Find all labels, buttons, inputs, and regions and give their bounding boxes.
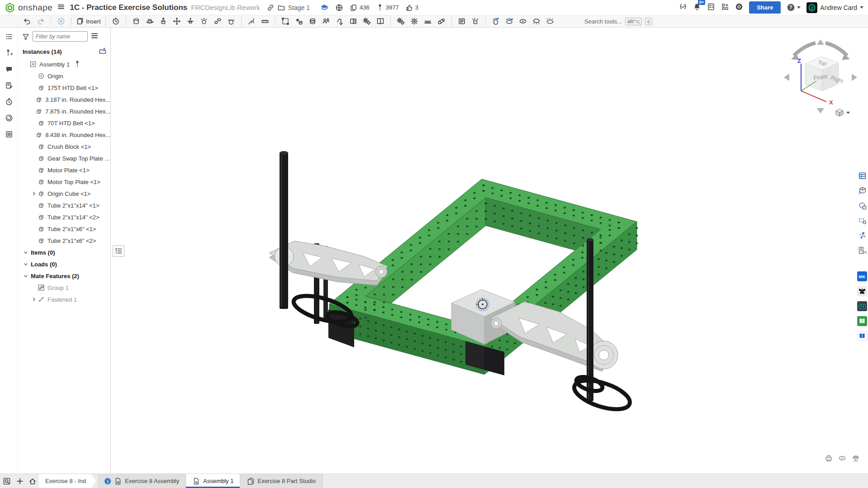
preview-search-button[interactable] xyxy=(0,474,14,488)
bom-table-button[interactable] xyxy=(857,171,867,180)
tab-exercise-8-ind[interactable]: Exercise 8 - Ind xyxy=(39,474,96,488)
replicate-button[interactable] xyxy=(306,15,319,27)
chevron-right-icon[interactable] xyxy=(31,297,37,302)
pin-slot-mate-button[interactable] xyxy=(211,15,224,27)
gear-relation-button[interactable] xyxy=(408,15,421,27)
chevron-down-icon[interactable] xyxy=(23,250,29,255)
tree-item-part[interactable]: Tube 2"x1"x14" <2> xyxy=(18,211,110,223)
tree-item-part[interactable]: Tube 2"x1"x6" <2> xyxy=(18,235,110,246)
tree-section-mate-features[interactable]: Mate Features (2) xyxy=(18,270,110,282)
hide-others-button[interactable] xyxy=(530,15,543,27)
tree-item-part[interactable]: 175T HTD Belt <1> xyxy=(18,82,110,94)
in-context-button[interactable] xyxy=(857,200,867,210)
new-folder-button[interactable] xyxy=(99,47,107,57)
tangent-mate-button[interactable] xyxy=(224,15,238,27)
main-menu-button[interactable] xyxy=(57,3,65,12)
chevron-down-icon[interactable] xyxy=(23,262,29,266)
help-button[interactable]: ? xyxy=(787,3,801,12)
left-post[interactable] xyxy=(280,151,288,309)
mate-connector-marker[interactable] xyxy=(476,298,489,311)
measure-button[interactable] xyxy=(258,15,272,27)
chevron-right-icon[interactable] xyxy=(31,191,37,196)
learning-center-button[interactable] xyxy=(3,113,15,123)
tree-item-group-1[interactable]: Group 1 xyxy=(18,282,110,294)
tab-assembly-1[interactable]: Assembly 1 xyxy=(186,474,240,488)
show-all-button[interactable] xyxy=(543,15,557,27)
appearance-eye-button[interactable] xyxy=(516,15,530,27)
slider-mate-button[interactable] xyxy=(170,15,184,27)
measure-scale-icon[interactable] xyxy=(852,454,860,464)
tree-item-part[interactable]: Tube 2"x1"x6" <1> xyxy=(18,223,110,235)
filter-input[interactable] xyxy=(33,31,88,42)
mate-clock-button[interactable] xyxy=(109,15,123,27)
history-panel-button[interactable] xyxy=(3,97,15,107)
feature-list-panel-button[interactable] xyxy=(3,32,15,42)
group-button[interactable] xyxy=(279,15,292,27)
bom-panel-button[interactable] xyxy=(3,129,15,139)
exploded-view-button[interactable] xyxy=(469,15,482,27)
versions-code-button[interactable] xyxy=(679,3,687,12)
tree-item-origin[interactable]: Origin xyxy=(18,70,110,82)
mate-connector-panel-button[interactable] xyxy=(3,48,15,58)
thumbs-up-icon[interactable] xyxy=(405,4,413,12)
rack-relation-button[interactable] xyxy=(421,15,435,27)
blue-book-app-button[interactable] xyxy=(857,331,867,341)
notifications-button[interactable]: 9+ xyxy=(693,3,701,12)
view-cube[interactable]: Top Front Right Z X xyxy=(780,36,861,119)
user-menu[interactable]: Andrew Card xyxy=(806,2,863,13)
view-cube-body[interactable]: Top Front Right xyxy=(805,57,844,91)
rotate-ccw-button[interactable] xyxy=(489,15,503,27)
revolute-mate-button[interactable] xyxy=(143,15,157,27)
tab-exercise-8-part-studio[interactable]: Exercise 8 Part Studio xyxy=(240,474,323,488)
redo-button[interactable] xyxy=(34,15,47,27)
pattern-button[interactable] xyxy=(360,15,374,27)
tree-item-fastened-1[interactable]: Fastened 1 xyxy=(18,294,110,305)
tree-section-items[interactable]: Items (0) xyxy=(18,246,110,258)
lollipop-icon[interactable] xyxy=(73,60,81,68)
folder-button[interactable] xyxy=(374,15,387,27)
comments-panel-button[interactable] xyxy=(3,64,15,74)
search-tools[interactable]: Search tools... alt/⌥ c xyxy=(584,15,652,27)
ai-assistant-button[interactable] xyxy=(735,3,743,12)
sync-button[interactable] xyxy=(54,15,68,27)
undo-button[interactable] xyxy=(20,15,34,27)
mate-list-toggle-button[interactable] xyxy=(113,245,124,257)
tree-item-part[interactable]: Crush Block <1> xyxy=(18,141,110,152)
tree-section-loads[interactable]: Loads (0) xyxy=(18,258,110,270)
tree-item-part[interactable]: Motor Plate <1> xyxy=(18,164,110,176)
snap-mode-button[interactable] xyxy=(245,15,258,27)
notes-panel-button[interactable] xyxy=(3,81,15,90)
mate-connector-count-icon[interactable] xyxy=(376,4,384,12)
new-tab-button[interactable] xyxy=(14,474,26,488)
apps-button[interactable] xyxy=(721,3,729,12)
share-button[interactable]: Share xyxy=(749,1,781,14)
tree-item-part[interactable]: 8.438 in. Rounded Hex... xyxy=(18,129,110,141)
planar-mate-button[interactable] xyxy=(184,15,197,27)
assembly-3d-model[interactable] xyxy=(111,28,868,474)
tree-item-part[interactable]: Tube 2"x1"x14" <1> xyxy=(18,199,110,211)
tree-item-part[interactable]: Motor Top Plate <1> xyxy=(18,176,110,188)
fastened-mate-button[interactable] xyxy=(129,15,143,27)
belt-relation-button[interactable] xyxy=(435,15,448,27)
breadcrumb-folder[interactable]: Stage 1 xyxy=(288,4,310,11)
graphics-area[interactable]: Top Front Right Z X xyxy=(111,28,868,474)
home-button[interactable] xyxy=(26,474,39,488)
tasks-button[interactable] xyxy=(707,3,715,12)
print-3d-icon[interactable] xyxy=(825,454,833,464)
appearance-panel-button[interactable] xyxy=(857,230,867,240)
manage-instances-button[interactable] xyxy=(319,15,333,27)
cylindrical-mate-button[interactable] xyxy=(157,15,170,27)
right-belt[interactable] xyxy=(571,374,633,415)
tree-item-part[interactable]: Origin Cube <1> xyxy=(18,188,110,199)
tree-item-part[interactable]: 3.187 in. Rounded Hex... xyxy=(18,94,110,105)
education-cap-icon[interactable] xyxy=(320,3,329,12)
robot-app-button[interactable] xyxy=(857,301,867,311)
featurescript-button[interactable]: (x) xyxy=(857,245,867,255)
relations-button[interactable] xyxy=(394,15,408,27)
list-view-button[interactable] xyxy=(90,32,99,41)
rotate-view-button[interactable] xyxy=(503,15,516,27)
public-globe-icon[interactable] xyxy=(335,4,343,12)
butterfly-app-button[interactable] xyxy=(857,286,867,296)
tab-exercise-8-assembly[interactable]: iExercise 8 Assembly xyxy=(98,474,186,488)
configurations-button[interactable] xyxy=(857,185,867,195)
